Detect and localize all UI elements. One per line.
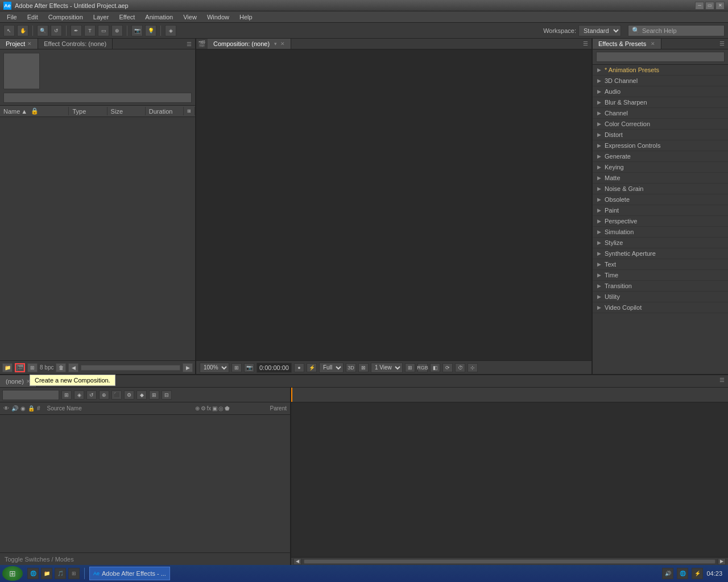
fit-button[interactable]: ⊞	[231, 363, 242, 372]
view-options-btn[interactable]: ⊞	[405, 363, 415, 372]
tl-btn-6[interactable]: ⚙	[124, 390, 134, 400]
menu-layer[interactable]: Layer	[89, 13, 114, 22]
tray-icon-3[interactable]: ⚡	[692, 568, 703, 579]
scroll-left-btn[interactable]: ◀	[293, 558, 301, 565]
tl-btn-4[interactable]: ⊕	[99, 390, 109, 400]
transparency-btn[interactable]: ⊠	[358, 363, 369, 372]
tool-pen[interactable]: ✒	[71, 25, 82, 36]
project-search-input[interactable]	[3, 93, 192, 103]
tool-zoom[interactable]: 🔍	[37, 25, 48, 36]
tab-effects-presets[interactable]: Effects & Presets ✕	[593, 39, 661, 49]
taskbar-app-ae[interactable]: Ae Adobe After Effects - ...	[89, 567, 170, 580]
tl-btn-1[interactable]: ⊞	[61, 390, 72, 400]
tl-btn-7[interactable]: ◆	[136, 390, 147, 400]
start-button[interactable]: ⊞	[2, 566, 23, 581]
tl-btn-8[interactable]: ⊞	[149, 390, 159, 400]
col-size[interactable]: Size	[107, 107, 146, 115]
effects-category-6[interactable]: ▶Distort	[593, 130, 728, 140]
taskbar-icon-2[interactable]: 📁	[41, 568, 52, 579]
playhead[interactable]	[291, 388, 292, 402]
effects-category-10[interactable]: ▶Matte	[593, 173, 728, 184]
tray-icon-2[interactable]: 🌐	[677, 568, 688, 579]
tool-puppet[interactable]: ◈	[165, 25, 176, 36]
taskbar-icon-3[interactable]: 🎵	[55, 568, 66, 579]
tool-clone[interactable]: ⊕	[111, 25, 123, 36]
effects-category-4[interactable]: ▶Channel	[593, 108, 728, 119]
tray-icon-1[interactable]: 🔊	[662, 568, 673, 579]
toggle-switches-label[interactable]: Toggle Switches / Modes	[5, 556, 74, 563]
effects-category-11[interactable]: ▶Noise & Grain	[593, 184, 728, 194]
channels-btn[interactable]: RGB	[417, 363, 428, 372]
zoom-select[interactable]: 100%	[200, 363, 229, 373]
effects-category-18[interactable]: ▶Text	[593, 259, 728, 270]
menu-edit[interactable]: Edit	[23, 13, 43, 22]
effects-category-20[interactable]: ▶Transition	[593, 281, 728, 292]
effects-panel-menu[interactable]: ☰	[716, 39, 728, 49]
menu-composition[interactable]: Composition	[44, 13, 88, 22]
time-display[interactable]: 0:00:00:00	[257, 363, 292, 373]
effects-category-7[interactable]: ▶Expression Controls	[593, 140, 728, 151]
tl-btn-3[interactable]: ↺	[86, 390, 97, 400]
open-viewer-button[interactable]: ⊞	[27, 363, 38, 372]
tool-hand[interactable]: ✋	[17, 25, 28, 36]
menu-effect[interactable]: Effect	[114, 13, 139, 22]
effects-category-14[interactable]: ▶Perspective	[593, 216, 728, 227]
col-name[interactable]: Name ▲ 🔒	[0, 107, 69, 115]
effects-category-15[interactable]: ▶Simulation	[593, 227, 728, 238]
motion-blur-btn[interactable]: ●	[294, 363, 304, 372]
effects-category-5[interactable]: ▶Color Correction	[593, 119, 728, 130]
tool-text[interactable]: T	[84, 25, 96, 36]
timeline-btn[interactable]: ⏱	[455, 363, 465, 372]
panel-menu-button[interactable]: ☰	[183, 39, 195, 49]
menu-help[interactable]: Help	[235, 13, 257, 22]
menu-animation[interactable]: Animation	[140, 13, 177, 22]
effects-search-input[interactable]	[596, 52, 725, 62]
effects-category-21[interactable]: ▶Utility	[593, 292, 728, 302]
tool-shape[interactable]: ▭	[98, 25, 109, 36]
flowchart-btn[interactable]: ⊹	[468, 363, 478, 372]
tab-composition[interactable]: Composition: (none) ▾ ✕	[208, 39, 291, 49]
search-help-input[interactable]	[642, 27, 721, 34]
comp-3d-btn[interactable]: 3D	[346, 363, 356, 372]
delete-button[interactable]: 🗑	[56, 363, 66, 372]
effects-category-0[interactable]: ▶* Animation Presets	[593, 65, 728, 76]
tool-rotate[interactable]: ↺	[51, 25, 62, 36]
pixel-aspect-btn[interactable]: ◧	[430, 363, 440, 372]
comp-panel-menu[interactable]: ☰	[580, 39, 592, 49]
taskbar-icon-1[interactable]: 🌐	[27, 568, 39, 579]
effects-category-16[interactable]: ▶Stylize	[593, 238, 728, 248]
tool-arrow[interactable]: ↖	[3, 25, 15, 36]
tool-camera[interactable]: 📷	[131, 25, 143, 36]
effects-category-13[interactable]: ▶Paint	[593, 205, 728, 216]
menu-file[interactable]: File	[2, 13, 22, 22]
effects-category-8[interactable]: ▶Generate	[593, 151, 728, 162]
next-button[interactable]: ▶	[183, 363, 193, 372]
comp-tab-arrow[interactable]: ▾	[274, 41, 277, 47]
new-folder-button[interactable]: 📁	[2, 363, 13, 372]
effects-category-19[interactable]: ▶Time	[593, 270, 728, 281]
menu-view[interactable]: View	[179, 13, 201, 22]
scroll-thumb[interactable]	[304, 559, 715, 564]
menu-window[interactable]: Window	[202, 13, 234, 22]
draft-btn[interactable]: ⚡	[307, 363, 317, 372]
effects-category-22[interactable]: ▶Video Copilot	[593, 302, 728, 313]
tl-btn-2[interactable]: ◈	[74, 390, 84, 400]
timeline-search-input[interactable]	[2, 390, 59, 400]
effects-tab-close[interactable]: ✕	[651, 41, 655, 47]
new-composition-button[interactable]: 🎬	[15, 363, 25, 372]
comp-tab-icon[interactable]: 🎬	[196, 39, 208, 49]
view-select[interactable]: 1 View	[371, 363, 403, 373]
comp-tab-close[interactable]: ✕	[280, 41, 285, 47]
scroll-bar[interactable]	[81, 365, 180, 371]
col-duration[interactable]: Duration	[146, 107, 184, 115]
prev-button[interactable]: ◀	[68, 363, 78, 372]
tl-btn-9[interactable]: ⊟	[162, 390, 172, 400]
fast-preview-btn[interactable]: ⟳	[442, 363, 453, 372]
quality-select[interactable]: Full	[319, 363, 344, 373]
minimize-button[interactable]: ─	[695, 2, 704, 10]
scroll-right-btn[interactable]: ▶	[718, 558, 726, 565]
close-button[interactable]: ✕	[715, 2, 725, 10]
timeline-panel-menu[interactable]: ☰	[716, 375, 728, 387]
tab-effect-controls[interactable]: Effect Controls: (none)	[38, 39, 113, 49]
tl-btn-5[interactable]: ⬛	[111, 390, 122, 400]
